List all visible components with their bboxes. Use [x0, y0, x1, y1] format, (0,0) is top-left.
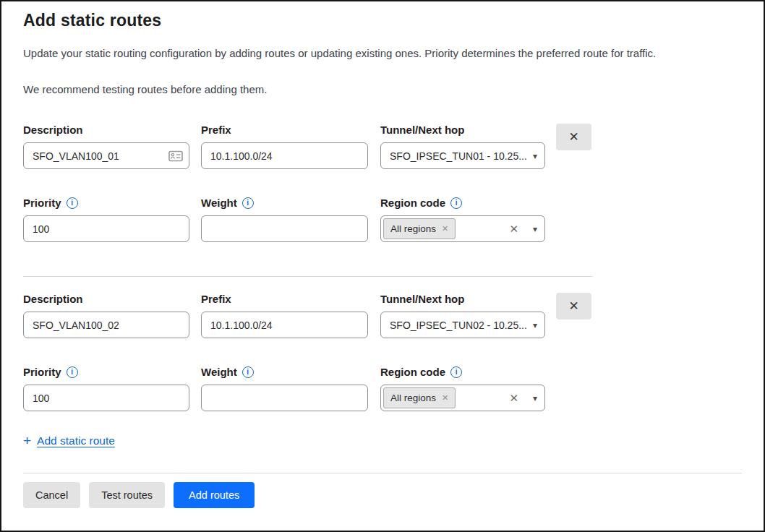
remove-route-button[interactable]: ✕: [556, 124, 591, 150]
region-chip: All regions ✕: [383, 218, 456, 239]
dialog-footer: Cancel Test routes Add routes: [23, 482, 742, 508]
weight-input[interactable]: [201, 385, 368, 411]
clear-selection-icon[interactable]: ✕: [509, 223, 518, 236]
description-input[interactable]: [23, 142, 189, 169]
intro-text: Update your static routing configuration…: [23, 46, 742, 61]
tunnel-selected-value: SFO_IPSEC_TUN02 - 10.25...: [390, 319, 527, 331]
region-chip-label: All regions: [390, 223, 436, 234]
tunnel-select[interactable]: SFO_IPSEC_TUN02 - 10.25... ▾: [380, 312, 545, 338]
priority-info-icon[interactable]: i: [67, 197, 78, 209]
route-entry-1: Description Prefix Tunnel/Next: [23, 124, 742, 242]
chevron-down-icon: ▾: [533, 320, 537, 330]
chevron-down-icon: ▾: [533, 393, 537, 403]
route-entry-2: Description Prefix Tunnel/Next hop SFO_I…: [23, 293, 742, 411]
region-chip-label: All regions: [390, 392, 436, 403]
clear-selection-icon[interactable]: ✕: [509, 392, 518, 405]
add-static-route-label: Add static route: [37, 434, 115, 447]
tunnel-label: Tunnel/Next hop: [380, 293, 545, 305]
tunnel-selected-value: SFO_IPSEC_TUN01 - 10.25...: [390, 150, 527, 162]
weight-info-icon[interactable]: i: [242, 366, 254, 378]
weight-info-icon[interactable]: i: [242, 197, 254, 209]
add-static-route-link[interactable]: + Add static route: [23, 434, 115, 447]
priority-label: Priority: [23, 197, 61, 209]
description-label: Description: [23, 124, 189, 136]
region-code-label: Region code: [380, 197, 445, 209]
region-code-select[interactable]: All regions ✕ ✕ ▾: [380, 215, 545, 242]
priority-info-icon[interactable]: i: [67, 366, 78, 378]
plus-icon: +: [23, 434, 31, 447]
region-chip: All regions ✕: [383, 387, 456, 408]
remove-route-button[interactable]: ✕: [556, 293, 591, 319]
prefix-input[interactable]: [201, 142, 368, 169]
page-title: Add static routes: [23, 11, 742, 30]
chevron-down-icon: ▾: [533, 224, 537, 234]
region-code-info-icon[interactable]: i: [450, 197, 462, 209]
region-code-info-icon[interactable]: i: [450, 366, 462, 378]
prefix-label: Prefix: [201, 293, 368, 305]
footer-divider: [23, 473, 742, 473]
weight-input[interactable]: [201, 215, 368, 242]
region-chip-remove-icon[interactable]: ✕: [442, 393, 448, 403]
cancel-button[interactable]: Cancel: [23, 482, 80, 508]
region-code-select[interactable]: All regions ✕ ✕ ▾: [380, 385, 545, 411]
description-input[interactable]: [23, 312, 189, 338]
region-chip-remove-icon[interactable]: ✕: [442, 224, 448, 233]
add-static-routes-dialog: Add static routes Update your static rou…: [0, 0, 765, 532]
route-separator: [23, 276, 592, 277]
region-code-label: Region code: [380, 366, 445, 378]
recommendation-text: We recommend testing routes before addin…: [23, 82, 742, 97]
add-routes-button[interactable]: Add routes: [174, 482, 255, 508]
chevron-down-icon: ▾: [533, 151, 537, 161]
prefix-label: Prefix: [201, 124, 368, 136]
test-routes-button[interactable]: Test routes: [89, 482, 165, 508]
prefix-input[interactable]: [201, 312, 368, 338]
tunnel-label: Tunnel/Next hop: [380, 124, 545, 136]
priority-input[interactable]: [23, 385, 189, 411]
weight-label: Weight: [201, 197, 237, 209]
weight-label: Weight: [201, 366, 237, 378]
tunnel-select[interactable]: SFO_IPSEC_TUN01 - 10.25... ▾: [380, 142, 545, 169]
priority-input[interactable]: [23, 215, 189, 242]
description-label: Description: [23, 293, 189, 305]
priority-label: Priority: [23, 366, 61, 378]
